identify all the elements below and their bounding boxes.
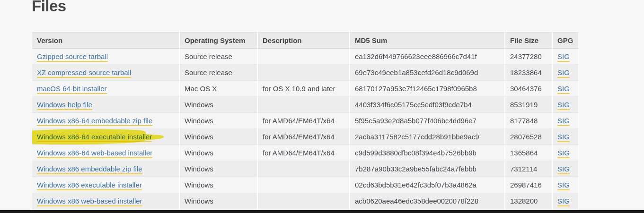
version-cell: Windows help file: [32, 97, 180, 113]
version-link[interactable]: Windows x86 web-based installer: [37, 197, 142, 206]
sig-link[interactable]: SIG: [557, 181, 570, 190]
filesize-cell: 18233864: [505, 65, 553, 81]
description-cell: [258, 161, 350, 177]
description-cell: [258, 193, 350, 209]
version-link[interactable]: Windows x86-64 executable installer: [37, 133, 152, 142]
files-table-container: Version Operating System Description MD5…: [32, 32, 579, 209]
sig-link[interactable]: SIG: [557, 165, 570, 174]
version-cell: XZ compressed source tarball: [32, 65, 180, 81]
version-link[interactable]: macOS 64-bit installer: [37, 85, 107, 94]
column-header-md5: MD5 Sum: [350, 32, 505, 49]
md5-cell: acb0620aea46edc358dee0020078f228: [350, 193, 505, 209]
os-cell: Windows: [180, 193, 258, 209]
os-cell: Windows: [180, 113, 258, 129]
md5-cell: 7b287a90b33c2a9be55fabc24a7febbb: [350, 161, 505, 177]
sig-link[interactable]: SIG: [557, 133, 570, 142]
column-header-os: Operating System: [180, 32, 258, 49]
sig-link[interactable]: SIG: [557, 85, 570, 94]
page-title: Files: [32, 0, 66, 15]
description-cell: for OS X 10.9 and later: [258, 81, 350, 97]
filesize-cell: 7312114: [505, 161, 553, 177]
version-link[interactable]: XZ compressed source tarball: [37, 68, 131, 78]
table-row: Windows x86 embeddable zip file Windows …: [32, 161, 579, 177]
version-cell: Windows x86-64 embeddable zip file: [32, 113, 180, 129]
description-cell: for AMD64/EM64T/x64: [258, 113, 350, 129]
sig-link[interactable]: SIG: [557, 68, 570, 78]
filesize-cell: 30464376: [505, 81, 553, 97]
column-header-description: Description: [258, 32, 350, 49]
table-row: Windows x86-64 embeddable zip file Windo…: [32, 113, 579, 129]
version-cell: Gzipped source tarball: [32, 49, 180, 65]
filesize-cell: 28076528: [505, 129, 553, 145]
md5-cell: ea132d6f449766623eee886966c7d41f: [350, 49, 505, 65]
version-link[interactable]: Windows x86-64 web-based installer: [37, 149, 152, 158]
bottom-edge-bar: [0, 210, 644, 213]
sig-link[interactable]: SIG: [557, 149, 570, 158]
table-row: macOS 64-bit installer Mac OS X for OS X…: [32, 81, 579, 97]
version-link[interactable]: Windows x86 embeddable zip file: [37, 165, 142, 174]
md5-cell: 68170127a953e7f12465c1798f0965b8: [350, 81, 505, 97]
filesize-cell: 26987416: [505, 177, 553, 193]
description-cell: [258, 49, 350, 65]
filesize-cell: 1365864: [505, 145, 553, 161]
table-row: Windows x86-64 web-based installer Windo…: [32, 145, 579, 161]
md5-cell: c9d599d3880dfbc08f394e4b7526bb9b: [350, 145, 505, 161]
md5-cell: 69e73c49eeb1a853cefd26d18c9d069d: [350, 65, 505, 81]
version-cell: Windows x86-64 executable installer: [32, 129, 180, 145]
table-row: XZ compressed source tarball Source rele…: [32, 65, 579, 81]
os-cell: Windows: [180, 161, 258, 177]
md5-cell: 5f95c5a93e2d8a5b077f406bc4dd96e7: [350, 113, 505, 129]
description-cell: [258, 65, 350, 81]
column-header-version: Version: [32, 32, 180, 49]
filesize-cell: 8531919: [505, 97, 553, 113]
os-cell: Source release: [180, 65, 258, 81]
sig-link[interactable]: SIG: [557, 52, 570, 62]
md5-cell: 02cd63bd5b31e642fc3d5f07b3a4862a: [350, 177, 505, 193]
filesize-cell: 1328200: [505, 193, 553, 209]
column-header-gpg: GPG: [553, 32, 579, 49]
version-link[interactable]: Windows x86-64 embeddable zip file: [37, 117, 152, 126]
version-cell: Windows x86-64 web-based installer: [32, 145, 180, 161]
table-header-row: Version Operating System Description MD5…: [32, 32, 579, 49]
os-cell: Windows: [180, 145, 258, 161]
version-cell: Windows x86 embeddable zip file: [32, 161, 180, 177]
os-cell: Mac OS X: [180, 81, 258, 97]
description-cell: [258, 97, 350, 113]
os-cell: Windows: [180, 129, 258, 145]
column-header-filesize: File Size: [505, 32, 553, 49]
sig-link[interactable]: SIG: [557, 197, 570, 206]
version-cell: macOS 64-bit installer: [32, 81, 180, 97]
version-cell: Windows x86 web-based installer: [32, 193, 180, 209]
filesize-cell: 24377280: [505, 49, 553, 65]
table-row: Gzipped source tarball Source release ea…: [32, 49, 579, 65]
filesize-cell: 8177848: [505, 113, 553, 129]
version-link[interactable]: Gzipped source tarball: [37, 52, 108, 62]
md5-cell: 4403f334f6c05175cc5edf03f9cde7b4: [350, 97, 505, 113]
files-table: Version Operating System Description MD5…: [32, 32, 579, 209]
os-cell: Windows: [180, 177, 258, 193]
os-cell: Windows: [180, 97, 258, 113]
os-cell: Source release: [180, 49, 258, 65]
table-row: Windows x86 web-based installer Windows …: [32, 193, 579, 209]
description-cell: for AMD64/EM64T/x64: [258, 129, 350, 145]
description-cell: [258, 177, 350, 193]
description-cell: for AMD64/EM64T/x64: [258, 145, 350, 161]
table-row: Windows help file Windows 4403f334f6c051…: [32, 97, 579, 113]
table-row: Windows x86 executable installer Windows…: [32, 177, 579, 193]
md5-cell: 2acba3117582c5177cdd28b91bbe9ac9: [350, 129, 505, 145]
version-link[interactable]: Windows help file: [37, 101, 92, 110]
sig-link[interactable]: SIG: [557, 117, 570, 126]
sig-link[interactable]: SIG: [557, 101, 570, 110]
table-row: Windows x86-64 executable installer Wind…: [32, 129, 579, 145]
version-link[interactable]: Windows x86 executable installer: [37, 181, 142, 190]
version-cell: Windows x86 executable installer: [32, 177, 180, 193]
